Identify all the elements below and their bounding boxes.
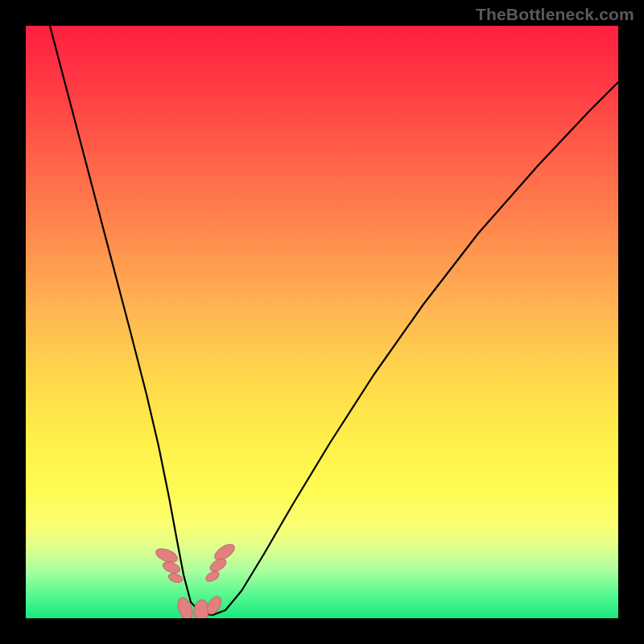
marker-layer [154,541,237,618]
valley-marker [162,560,182,576]
valley-marker [175,596,196,618]
curve-svg [26,26,618,618]
valley-marker [167,572,184,584]
chart-frame: TheBottleneck.com [0,0,644,644]
watermark-text: TheBottleneck.com [476,5,634,24]
plot-area [26,26,618,618]
bottleneck-curve [50,26,618,615]
valley-marker [193,599,209,618]
